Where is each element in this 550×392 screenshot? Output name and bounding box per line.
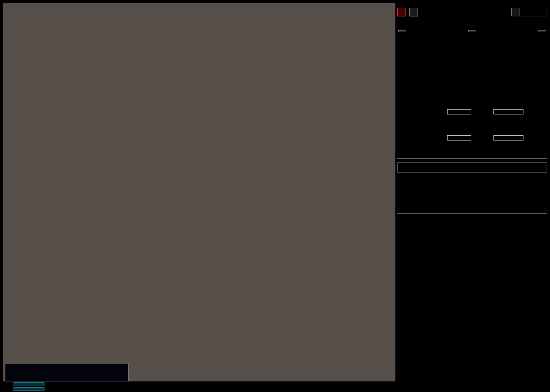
legend-recent-row [7,369,127,375]
strike-indicator-button[interactable] [397,8,406,16]
divider [397,105,547,105]
cg-plus-bar-fill [448,110,471,114]
cg-plus-bar [447,109,471,114]
ic-plus-bar-fill [448,136,471,140]
close-per-min-label [468,30,476,32]
legend-header-row [7,364,127,369]
bearing-display [511,8,547,16]
ic-minus-bar [493,135,523,140]
trend-graph [397,257,546,381]
noise-indicator-button[interactable] [409,8,418,16]
ic-minus-bar-fill [494,136,523,140]
strikes-per-min-label [398,30,406,32]
ic-plus-bar [447,135,471,140]
divider [397,158,547,159]
legend-old-row [7,375,127,380]
intracloud-row [397,134,547,141]
lightning-map[interactable] [3,3,395,381]
datetime-display [397,162,547,173]
rate-labels-row [397,30,547,32]
map-legend [5,363,129,381]
map-panel [3,3,395,381]
indicator-row [397,8,547,16]
divider [397,213,547,214]
bottom-left-bar-2[interactable] [14,387,44,391]
bearing-range [520,8,547,16]
trend-graph-panel [397,257,547,381]
cg-minus-bar [493,109,523,114]
cg-minus-bar-fill [494,110,523,114]
noises-per-min-label [538,30,546,32]
bottom-left-bar-1[interactable] [14,382,44,386]
cloud-ground-row [397,108,547,115]
settings-grid [397,181,547,187]
stats-grid [397,222,547,226]
trend-graph-label-row [397,248,547,255]
sidebar [397,4,547,389]
bearing-label [512,8,520,16]
